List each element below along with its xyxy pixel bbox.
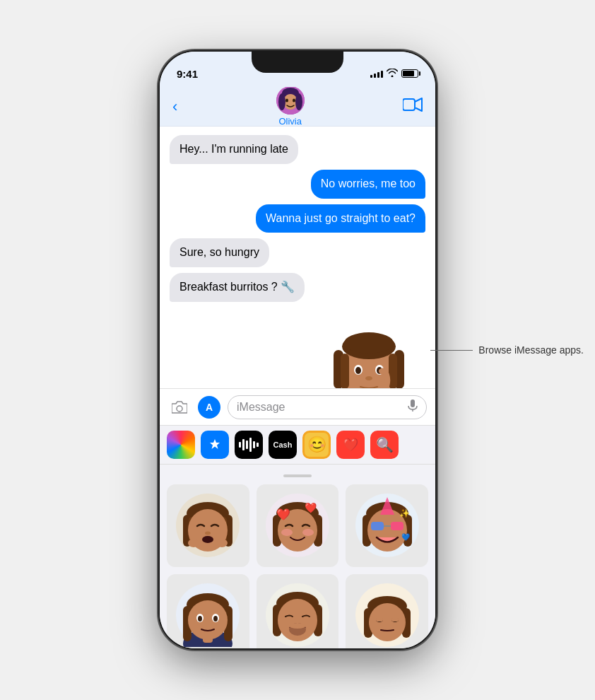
message-input[interactable]: iMessage	[228, 395, 427, 419]
svg-point-24	[177, 406, 182, 412]
wifi-icon	[387, 69, 398, 79]
svg-point-23	[378, 381, 385, 388]
message-bubble-4[interactable]: Sure, so hungry	[170, 238, 269, 267]
message-row-1: Hey... I'm running late	[170, 135, 425, 164]
svg-text:💙: 💙	[401, 532, 411, 542]
svg-point-68	[213, 616, 218, 622]
annotation-text: Browse iMessage apps.	[473, 344, 584, 356]
app-drawer: Cash 😊 ❤️ 🔍	[160, 425, 435, 465]
svg-point-76	[287, 626, 308, 637]
message-row-2: No worries, me too	[170, 170, 425, 199]
battery-icon	[401, 69, 418, 78]
svg-text:❤️: ❤️	[276, 508, 290, 521]
svg-point-36	[188, 539, 199, 547]
svg-rect-84	[376, 618, 383, 622]
camera-button[interactable]	[168, 396, 191, 419]
memoji-sticker-row	[170, 308, 425, 388]
memoji-sticker-button[interactable]: 😊	[302, 431, 331, 459]
svg-text:✨: ✨	[399, 508, 410, 518]
svg-rect-7	[403, 99, 415, 110]
notch	[252, 52, 343, 73]
svg-point-6	[293, 99, 295, 103]
svg-point-66	[198, 616, 202, 622]
messages-area[interactable]: Hey... I'm running late No worries, me t…	[160, 127, 435, 388]
apps-expand-button[interactable]: A	[198, 396, 220, 419]
svg-point-5	[285, 99, 288, 103]
soundwave-button[interactable]	[235, 431, 263, 459]
message-row-3: Wanna just go straight to eat?	[170, 204, 425, 233]
phone-frame: 9:41	[160, 52, 435, 648]
signal-bars-icon	[370, 69, 383, 78]
message-bubble-2[interactable]: No worries, me too	[311, 170, 425, 199]
sticker2-button[interactable]: ❤️	[336, 431, 365, 459]
page-wrapper: 9:41	[160, 52, 435, 648]
svg-point-19	[355, 367, 361, 374]
sticker-3[interactable]: ✨ 💙	[346, 484, 428, 567]
handle-bar	[167, 472, 428, 484]
status-time: 9:41	[177, 68, 198, 80]
svg-point-4	[295, 93, 302, 110]
nav-bar: ‹	[160, 87, 435, 127]
message-bubble-5[interactable]: Breakfast burritos ? 🔧	[170, 273, 305, 302]
input-area: A iMessage	[160, 388, 435, 425]
microphone-icon[interactable]	[408, 399, 418, 414]
message-row-4: Sure, so hungry	[170, 238, 425, 267]
browse-apps-button[interactable]: 🔍	[370, 431, 399, 459]
sticker-4[interactable]	[167, 574, 249, 648]
sticker-panel: ❤️ ❤️	[160, 465, 435, 648]
photos-app-button[interactable]	[167, 431, 195, 459]
svg-rect-25	[411, 399, 415, 407]
status-icons	[370, 69, 418, 79]
contact-name: Olivia	[278, 116, 302, 127]
svg-point-43	[281, 529, 293, 536]
sticker-5[interactable]	[257, 574, 339, 648]
message-bubble-3[interactable]: Wanna just go straight to eat?	[256, 204, 425, 233]
nav-center[interactable]: Olivia	[276, 86, 305, 127]
back-button[interactable]: ‹	[172, 98, 177, 116]
svg-marker-8	[415, 98, 422, 111]
svg-point-3	[278, 93, 285, 110]
message-placeholder: iMessage	[237, 401, 285, 414]
sticker-grid: ❤️ ❤️	[167, 484, 428, 648]
annotation-line	[430, 350, 473, 351]
sticker-6[interactable]	[346, 574, 428, 648]
annotation-container: Browse iMessage apps.	[430, 344, 584, 356]
avatar	[276, 86, 305, 115]
svg-point-64	[188, 600, 228, 640]
sticker-2[interactable]: ❤️ ❤️	[257, 484, 339, 567]
svg-point-22	[365, 376, 372, 380]
apple-cash-button[interactable]: Cash	[269, 431, 297, 459]
svg-point-17	[344, 332, 394, 354]
svg-point-35	[202, 536, 213, 543]
svg-rect-14	[341, 354, 349, 388]
svg-rect-85	[391, 618, 399, 622]
message-row-5: Breakfast burritos ? 🔧	[170, 273, 425, 302]
svg-rect-53	[391, 522, 403, 530]
svg-point-37	[216, 539, 228, 547]
svg-point-44	[302, 529, 314, 536]
sticker-1[interactable]	[167, 484, 249, 567]
svg-text:❤️: ❤️	[305, 502, 317, 514]
memoji-sticker[interactable]	[319, 308, 418, 388]
svg-point-34	[205, 532, 211, 535]
message-bubble-1[interactable]: Hey... I'm running late	[170, 135, 298, 164]
svg-point-81	[369, 603, 406, 641]
appstore-button[interactable]	[201, 431, 229, 459]
video-call-button[interactable]	[403, 98, 423, 116]
svg-rect-52	[371, 522, 384, 530]
